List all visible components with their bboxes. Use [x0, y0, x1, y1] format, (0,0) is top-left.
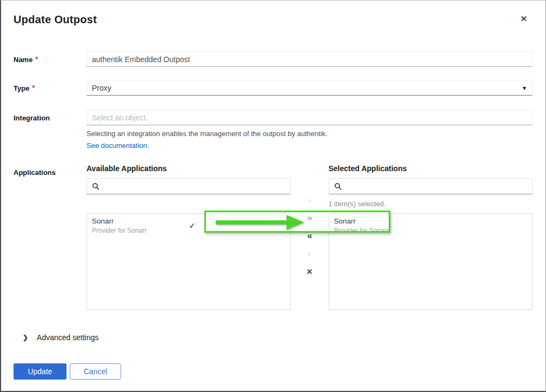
name-label: Name* — [14, 51, 86, 67]
integration-label: Integration — [14, 110, 86, 150]
type-required-marker: * — [32, 84, 35, 92]
close-icon: ✕ — [520, 14, 527, 23]
move-selected-right-button[interactable]: › — [308, 195, 311, 206]
selected-search-input[interactable] — [347, 182, 528, 191]
move-all-left-button[interactable]: « — [307, 231, 311, 241]
advanced-settings-label: Advanced settings — [37, 333, 98, 342]
close-button[interactable]: ✕ — [517, 13, 530, 24]
double-chevron-left-icon: « — [307, 231, 311, 241]
type-field-row: Type* Proxy ▾ — [14, 80, 532, 96]
available-search-input[interactable] — [104, 182, 285, 191]
name-input[interactable] — [86, 51, 532, 67]
integration-input[interactable] — [86, 110, 532, 125]
available-applications-column: Available Applications — [86, 164, 291, 310]
application-description: Provider for Sonarr — [92, 227, 147, 234]
available-search-box — [86, 178, 291, 194]
selected-applications-column: Selected Applications 1 item(s) selected… — [329, 164, 533, 310]
dual-list-selector: Available Applications — [86, 164, 532, 310]
modal-header: Update Outpost ✕ — [14, 13, 532, 26]
application-name: Sonarr — [92, 217, 147, 225]
chevron-right-icon: ❯ — [23, 334, 28, 341]
application-name: Sonarr — [334, 217, 389, 225]
caret-down-icon: ▾ — [523, 85, 526, 91]
available-application-option[interactable]: Sonarr Provider for Sonarr ✓ — [87, 214, 290, 238]
page-title: Update Outpost — [14, 13, 97, 26]
name-required-marker: * — [35, 56, 38, 63]
selected-count-text: 1 item(s) selected. — [329, 194, 533, 213]
transfer-controls: › » « ‹ ✕ — [291, 164, 329, 310]
applications-field-row: Applications Available Applications — [14, 164, 532, 310]
cancel-button[interactable]: Cancel — [70, 363, 121, 380]
available-status-row — [86, 194, 291, 213]
name-field-row: Name* — [14, 51, 532, 67]
move-selected-left-button[interactable]: ‹ — [308, 248, 311, 259]
check-icon: ✓ — [189, 221, 195, 230]
search-icon — [92, 183, 99, 190]
clear-x-icon: ✕ — [307, 267, 313, 276]
integration-field-row: Integration Selecting an integration ena… — [14, 110, 532, 150]
advanced-settings-toggle[interactable]: ❯ Advanced settings — [23, 333, 532, 342]
chevron-left-icon: ‹ — [308, 248, 311, 259]
outpost-form: Name* Type* Proxy ▾ Integration Se — [14, 51, 532, 380]
modal-footer: Update Cancel — [14, 363, 532, 380]
application-description: Provider for Sonarr — [334, 227, 389, 234]
selected-application-option[interactable]: Sonarr Provider for Sonarr — [329, 214, 532, 238]
update-outpost-modal: { "modal": { "title": "Update Outpost" }… — [0, 0, 546, 392]
clear-selection-button[interactable]: ✕ — [307, 266, 313, 277]
integration-help-text: Selecting an integration enables the man… — [86, 130, 532, 138]
double-chevron-right-icon: » — [307, 213, 311, 223]
applications-label: Applications — [14, 164, 86, 310]
modal-body: Update Outpost ✕ Name* Type* Proxy ▾ — [1, 1, 545, 380]
available-applications-list[interactable]: Sonarr Provider for Sonarr ✓ — [86, 213, 291, 310]
available-applications-title: Available Applications — [86, 164, 291, 174]
selected-applications-list[interactable]: Sonarr Provider for Sonarr — [329, 213, 533, 310]
type-selected-value: Proxy — [92, 84, 111, 92]
type-select[interactable]: Proxy ▾ — [86, 80, 532, 96]
type-label: Type* — [14, 80, 86, 96]
see-documentation-link[interactable]: See documentation. — [86, 141, 149, 150]
update-button[interactable]: Update — [14, 363, 66, 380]
move-all-right-button[interactable]: » — [307, 213, 311, 224]
selected-search-box — [329, 178, 533, 194]
search-icon — [334, 183, 342, 190]
selected-applications-title: Selected Applications — [329, 164, 533, 174]
chevron-right-icon: › — [308, 195, 311, 205]
